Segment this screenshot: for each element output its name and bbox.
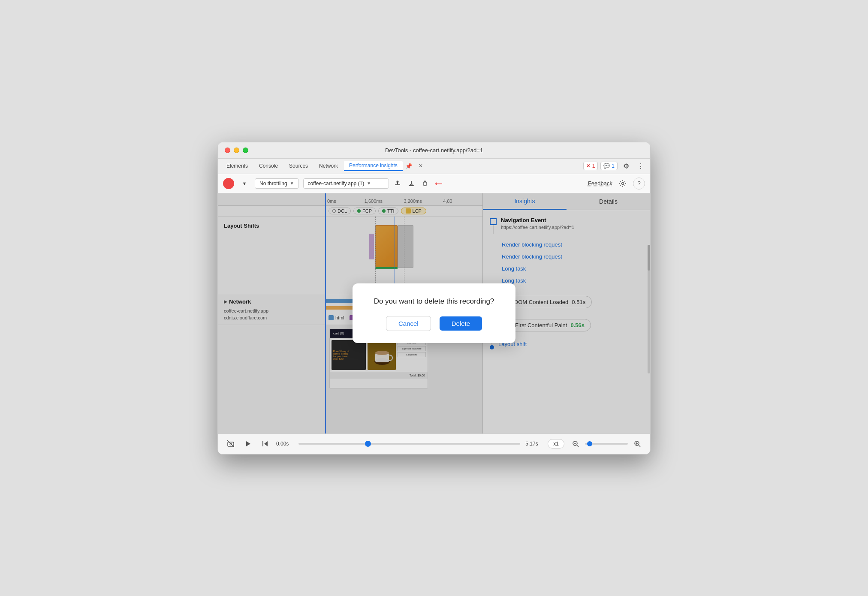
delete-recording-dialog: Do you want to delete this recording? Ca… [353,283,515,343]
error-badge[interactable]: ✕ 1 [583,162,598,170]
svg-rect-3 [411,181,412,184]
tab-performance-insights[interactable]: Performance insights [344,161,403,171]
close-button[interactable] [225,147,230,153]
maximize-button[interactable] [243,147,248,153]
delete-recording-button[interactable] [419,178,431,190]
error-count: 1 [592,163,595,169]
traffic-lights [225,147,248,153]
skip-start-icon [262,440,268,447]
download-icon [408,180,415,187]
zoom-in-button[interactable] [631,438,643,450]
speed-selector[interactable]: x1 [548,439,564,449]
pin-icon[interactable]: 📌 [404,163,414,169]
tab-sources[interactable]: Sources [284,161,313,171]
zoom-out-button[interactable] [570,438,582,450]
zoom-slider[interactable] [585,443,628,445]
help-icon[interactable]: ? [633,178,645,190]
upload-button[interactable] [392,178,404,190]
scrubber-container [298,443,520,445]
throttling-dropdown[interactable]: No throttling ▼ [255,178,299,189]
zoom-container [570,438,643,450]
tab-console[interactable]: Console [254,161,283,171]
red-arrow-indicator: ← [433,177,445,190]
url-label: coffee-cart.netlify.app (1) [308,181,365,187]
main-area: 0ms 1,600ms 3,200ms 4,80 DCL [218,193,650,433]
settings-gear-icon[interactable] [617,178,629,190]
titlebar: DevTools - coffee-cart.netlify.app/?ad=1 [218,142,650,159]
toolbar-actions [392,178,431,190]
camera-slash-icon [227,440,235,448]
close-tab-button[interactable]: × [415,160,427,172]
modal-buttons: Cancel Delete [386,316,482,331]
url-dropdown[interactable]: coffee-cart.netlify.app (1) ▼ [303,178,389,189]
time-start: 0.00s [276,441,293,447]
more-options-icon[interactable]: ⋮ [635,160,647,172]
settings-icon[interactable]: ⚙ [620,160,632,172]
timeline-scrubber[interactable] [298,443,520,445]
gear-icon [619,180,627,187]
message-count: 1 [612,163,615,169]
svg-rect-6 [424,181,426,182]
bottom-bar: 0.00s 5.17s x1 [218,433,650,454]
throttling-label: No throttling [259,181,287,187]
devtools-window: DevTools - coffee-cart.netlify.app/?ad=1… [217,142,651,455]
throttling-arrow-icon: ▼ [290,181,294,186]
download-button[interactable] [405,178,417,190]
minimize-button[interactable] [234,147,239,153]
feedback-button[interactable]: Feedback [588,180,612,187]
devtools-tabs: Elements Console Sources Network Perform… [218,159,650,174]
skip-to-start-button[interactable] [259,438,271,450]
record-button[interactable] [223,178,234,189]
svg-rect-14 [262,441,263,446]
svg-point-7 [622,182,624,184]
modal-overlay: Do you want to delete this recording? Ca… [218,193,650,433]
play-button[interactable] [242,438,254,450]
toolbar: ▼ No throttling ▼ coffee-cart.netlify.ap… [218,174,650,193]
window-title: DevTools - coffee-cart.netlify.app/?ad=1 [385,147,483,154]
message-icon: 💬 [603,163,610,169]
play-icon [244,440,251,447]
zoom-out-icon [572,440,579,447]
modal-message: Do you want to delete this recording? [374,297,494,306]
svg-line-19 [639,445,640,447]
url-arrow-icon: ▼ [367,181,371,186]
tab-elements[interactable]: Elements [221,161,253,171]
message-badge[interactable]: 💬 1 [600,162,618,170]
upload-icon [394,180,401,187]
zoom-in-icon [634,440,641,447]
tab-network[interactable]: Network [314,161,343,171]
trash-icon [422,180,428,187]
no-recording-icon[interactable] [225,438,237,450]
svg-rect-0 [395,184,400,185]
cancel-button[interactable]: Cancel [386,316,431,331]
error-icon: ✕ [586,163,591,169]
time-end: 5.17s [525,441,542,447]
scrubber-thumb[interactable] [365,441,371,447]
tab-extras: ✕ 1 💬 1 ⚙ ⋮ [583,160,647,172]
record-dropdown[interactable]: ▼ [238,178,250,190]
zoom-thumb[interactable] [587,441,592,446]
svg-line-16 [577,445,579,447]
delete-button[interactable]: Delete [440,316,482,331]
